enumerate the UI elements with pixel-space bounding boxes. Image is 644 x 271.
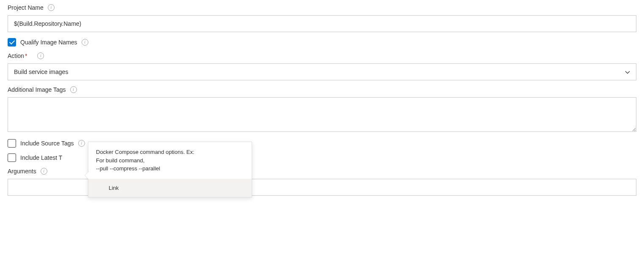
chevron-down-icon [625, 69, 630, 74]
include-latest-tag-checkbox[interactable] [8, 153, 16, 162]
tooltip-line: For build command, [96, 156, 244, 165]
info-icon[interactable]: i [41, 168, 47, 175]
info-icon[interactable]: i [48, 4, 55, 11]
action-select[interactable]: Build service images [8, 63, 636, 80]
include-latest-tag-label: Include Latest T [20, 154, 62, 161]
info-icon[interactable]: i [82, 39, 88, 46]
action-label: Action [8, 52, 24, 59]
project-name-label-row: Project Name i [8, 4, 636, 11]
additional-image-tags-label-row: Additional Image Tags i [8, 86, 636, 93]
additional-image-tags-input[interactable] [8, 97, 636, 132]
action-select-wrap: Build service images [8, 63, 636, 80]
info-icon[interactable]: i [37, 52, 44, 59]
qualify-image-names-checkbox[interactable] [8, 38, 16, 47]
info-icon[interactable]: i [70, 86, 77, 93]
action-selected-value: Build service images [14, 68, 68, 75]
tooltip-line: Docker Compose command options. Ex: [96, 148, 244, 156]
tooltip-line: --pull --compress --parallel [96, 164, 244, 173]
required-marker: * [25, 52, 27, 59]
action-group: Action* i Build service images [8, 52, 636, 80]
arguments-group: Arguments i Docker Compose command optio… [8, 168, 636, 196]
project-name-group: Project Name i [8, 4, 636, 32]
arguments-tooltip: Docker Compose command options. Ex: For … [88, 142, 252, 197]
additional-image-tags-label: Additional Image Tags [8, 86, 66, 93]
tooltip-arrow-icon [85, 172, 89, 179]
info-icon[interactable]: i [78, 140, 85, 147]
include-source-tags-label: Include Source Tags [20, 140, 74, 147]
project-name-input[interactable] [8, 15, 636, 32]
arguments-label: Arguments [8, 168, 36, 175]
tooltip-link[interactable]: Link [88, 179, 252, 197]
tooltip-body: Docker Compose command options. Ex: For … [88, 142, 252, 179]
project-name-label: Project Name [8, 4, 44, 11]
qualify-image-names-row: Qualify Image Names i [8, 38, 636, 47]
additional-image-tags-group: Additional Image Tags i [8, 86, 636, 133]
qualify-image-names-label: Qualify Image Names [20, 39, 77, 46]
action-label-row: Action* i [8, 52, 636, 59]
include-source-tags-checkbox[interactable] [8, 139, 16, 148]
action-label-wrap: Action* [8, 52, 27, 59]
